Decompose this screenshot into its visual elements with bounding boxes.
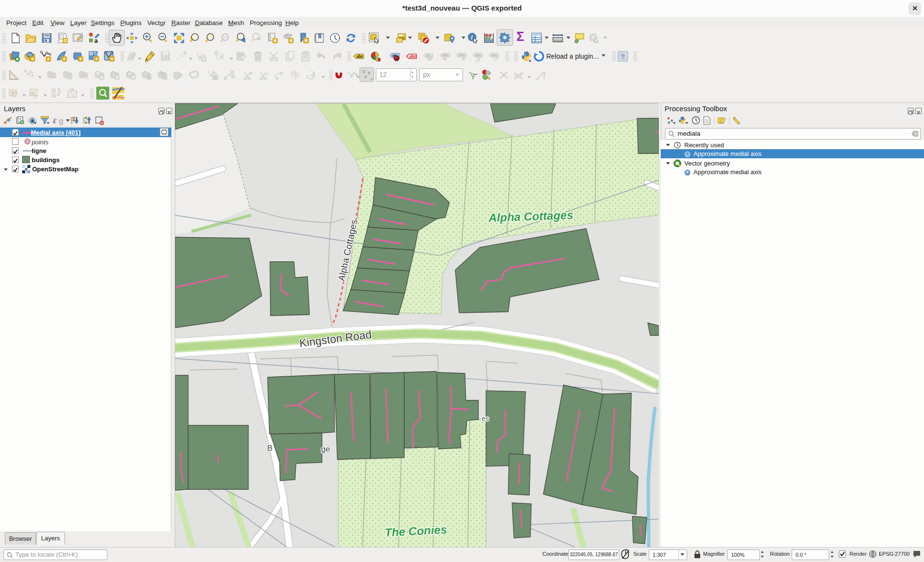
svg-text:1:1: 1:1 xyxy=(223,36,228,39)
svg-text:ge: ge xyxy=(321,445,330,454)
svg-text:abc: abc xyxy=(459,53,465,57)
svg-text:abc: abc xyxy=(356,54,363,59)
svg-text:B: B xyxy=(267,444,272,453)
svg-text:abc: abc xyxy=(475,53,481,57)
svg-text:abc: abc xyxy=(491,53,498,57)
svg-text:a: a xyxy=(94,37,98,44)
svg-text:i: i xyxy=(471,34,473,41)
svg-text:ε: ε xyxy=(35,93,37,99)
svg-text:abc: abc xyxy=(409,54,416,59)
svg-text:es: es xyxy=(482,415,489,422)
svg-text:abc: abc xyxy=(442,53,449,57)
